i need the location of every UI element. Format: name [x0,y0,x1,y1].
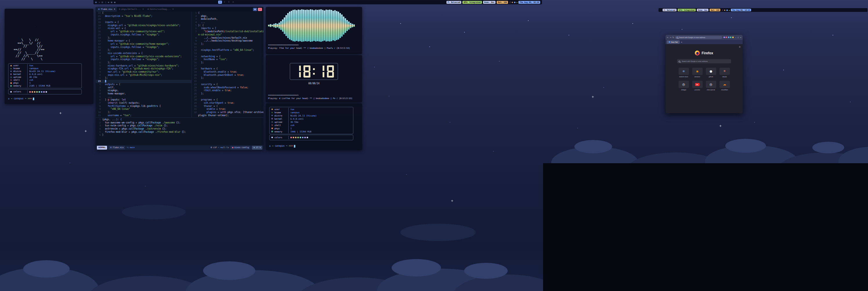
workspace-1[interactable]: 1 [218,1,222,4]
code-line: 3 tux-nvim-config = pkgs.callPackage ./n… [96,124,264,127]
shortcut-cloudflare[interactable]: ☁cloudflare [718,81,731,91]
tray-icon[interactable]: ● [514,1,516,3]
line-number: 10 [96,49,102,52]
tag-icon[interactable]: ⌂ [99,1,100,3]
extension-icon[interactable] [732,37,734,38]
code-text: plugins = with pkgs.xfce; [thunar-archiv… [198,111,264,114]
visualizer-bar [298,9,299,42]
tray-icon[interactable]: ◆ [512,1,513,3]
visualizer-bar [324,10,325,41]
buffer-iso-image[interactable]: 1{2 pkgs,3 modulesPath,4 ...5}: {6 impor… [192,11,264,117]
code-line: plugin thunar-volman]; [192,114,264,117]
code-text: tux-awesome-wm-config = pkgs.callPackage… [102,121,264,124]
workspace-2[interactable]: 2 [222,1,226,4]
code-text: nur.url = "github:nix-community/nur"; [102,70,191,74]
code-text: nix-vscode-extensions = { [102,52,191,55]
code-line: 5}: { [192,24,264,27]
tray-icon[interactable]: ● [726,9,728,11]
nav--icon[interactable]: → [670,36,671,39]
menu-icon[interactable]: ≡ [95,1,97,4]
code-line: 8 url = "github:nix-community/nix-vscode… [96,55,191,58]
token [198,77,201,79]
editor-tab-hosts-isoimag[interactable]: ❄hosts/isoImag...× [146,7,176,11]
tag-icon[interactable]: ◆ [108,1,110,3]
token: url [111,43,115,45]
shortcut-icon-card: ◎ [706,81,716,88]
cloud [203,261,255,280]
token: bluetooth [204,74,216,77]
shortcut-chat-openai[interactable]: ◎chat.openai [705,81,717,91]
tag-icon[interactable]: ▤ [101,1,103,3]
code-text: url = "github:nix-community/nix-vscode-e… [102,55,191,58]
minimize-button[interactable]: – [736,37,736,38]
editor-close-button[interactable]: × [258,8,262,11]
fetch-value: zsh [289,124,294,127]
clock-chip[interactable]: Thu Aug 08, 18:18 [519,1,540,4]
shortcut-chatgpt[interactable]: ◎chatgpt [677,81,690,91]
gear-icon[interactable]: ⚙ [739,46,741,48]
line-number: 5 [96,95,102,99]
fetch-label-text: shell [13,79,20,82]
shortcut-claude[interactable]: *claude [718,68,731,78]
clock-chip[interactable]: Thu Aug 08, 18:18 [731,9,751,11]
extension-icon[interactable] [723,37,725,38]
tray-icon[interactable]: ◆ [724,9,725,11]
token: = [226,70,230,73]
newtab-search-input[interactable] [677,59,731,63]
nav--icon[interactable]: ↻ [673,36,674,39]
code-text: } [102,134,264,137]
tray-icon[interactable]: ♪ [722,9,723,11]
code-line: 30 thunar = { [192,105,264,108]
code-text: description = "tux's NixOS Flake"; [102,15,191,18]
editor-tab-flake-nix[interactable]: ❄flake.nix× [96,7,117,11]
tab-close-icon[interactable]: × [114,8,116,11]
shortcut-amazon[interactable]: aamazon [691,68,704,78]
color-dot [34,91,35,93]
editor-eye-button[interactable]: ◉ [253,8,257,11]
workspace-4[interactable]: 4 [231,1,235,4]
visualizer-bar [270,24,271,27]
tag-icon[interactable]: ♫ [105,1,106,3]
tag-icon[interactable]: ● [114,1,116,3]
line-number: 21 [96,15,102,18]
tab-close-icon[interactable]: × [143,8,144,11]
close-button[interactable]: × [740,37,741,38]
code-line: 32 plugins = with pkgs.xfce; [thunar-arc… [192,111,264,114]
browser-nav-buttons: ←→↻ [667,36,674,39]
tab-close-icon[interactable]: × [172,8,174,11]
code-text [198,80,264,83]
browser-tab-new-tab[interactable]: New Tab [666,40,680,44]
token: enable [218,70,226,73]
code-line: 8 ../../modules/nixos/default.nix [192,37,264,40]
line-number: 11 [192,46,198,49]
maximize-button[interactable]: □ [738,37,739,38]
tray-icon[interactable]: ▴ [517,1,517,3]
url-bar[interactable] [675,36,722,39]
nav--icon[interactable]: ← [667,36,669,39]
line-number: 32 [192,111,198,114]
fetch-value: 3h 59m [289,120,298,124]
tray-icon[interactable]: ♪ [509,1,510,3]
editor-tab-pkgs-default[interactable]: ❄pkgs/default...× [117,7,145,11]
buffer-pkgs-default[interactable]: 1{pkgs, ...}: {2 tux-awesome-wm-config =… [96,117,264,145]
tray-icons: ♪◆●▴ [722,9,730,11]
shortcut-github[interactable]: ●github [705,68,717,78]
buffer-flake-nix[interactable]: 22{21 description = "tux's NixOS Flake";… [96,11,191,117]
token: pkgs [103,118,109,121]
new-tab-button[interactable]: + [681,41,682,43]
tag-icon[interactable]: ▣ [111,1,113,3]
workspace-3[interactable]: 3 [227,1,230,4]
shell-prompt[interactable]: ⌂ → canopus ~ >>> [269,145,295,148]
extension-icon[interactable] [730,37,731,38]
code-text [102,80,191,83]
extension-icon[interactable] [725,37,727,38]
shell-prompt[interactable]: ⌂ → canopus ~ >>> [8,97,90,100]
line-number: 1 [96,83,102,86]
shortcut-search-nixos[interactable]: ❄search.nixos [677,68,690,78]
code-text: username = "tux"; [102,114,191,117]
token: powerOnBoot [218,74,233,77]
extension-icon[interactable] [728,37,729,38]
code-line: 7 inherit (self) outputs; [96,101,191,105]
tray-icon[interactable]: ▴ [729,9,730,11]
shortcut-youtube[interactable]: ▶youtube [691,81,704,91]
